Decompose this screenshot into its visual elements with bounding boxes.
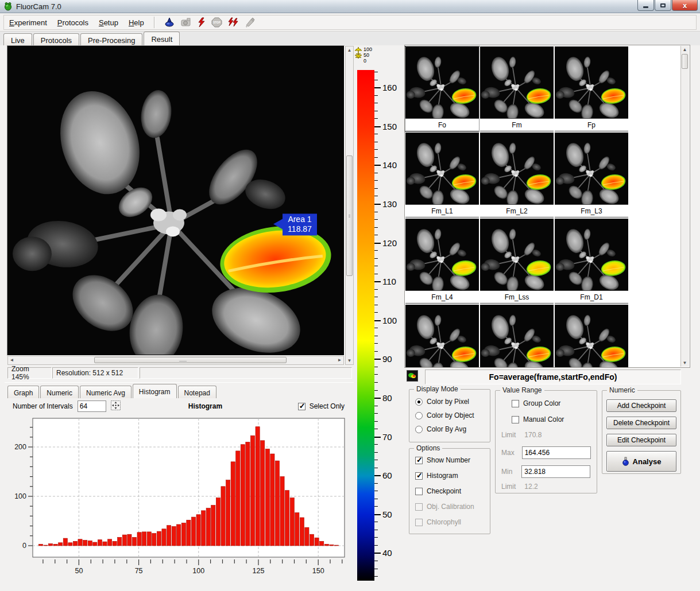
checkbox-icon[interactable] xyxy=(415,457,423,464)
min-input[interactable] xyxy=(521,465,590,478)
max-input[interactable] xyxy=(522,446,591,459)
formula-bar[interactable]: Fo=average(frame,startFo,endFo) xyxy=(425,370,681,384)
thumbnail-fo[interactable]: Fo xyxy=(405,46,479,131)
scroll-left-icon[interactable]: ◄ xyxy=(8,356,16,364)
formula-thumbnail-icon[interactable] xyxy=(407,370,418,382)
thumbnail-partial[interactable] xyxy=(480,305,554,367)
main-tab-bar: LiveProtocolsPre-ProcesingResult xyxy=(3,32,697,45)
status-resolution: Resolution: 512 x 512 xyxy=(52,367,138,379)
histogram-bar xyxy=(305,527,309,546)
colorbar-minor-tick xyxy=(374,351,378,352)
checkbox-checkpoint[interactable]: Checkpoint xyxy=(415,487,461,495)
scroll-down-icon[interactable]: ▼ xyxy=(346,357,353,364)
radio-icon[interactable] xyxy=(415,412,423,419)
thumbnail-fm-l4[interactable]: Fm_L4 xyxy=(405,219,479,304)
scroll-down-icon[interactable]: ▼ xyxy=(681,359,689,367)
checkbox-icon xyxy=(415,503,423,511)
histogram-bar xyxy=(53,544,57,546)
select-only-option[interactable]: Select Only xyxy=(298,402,345,410)
scroll-right-icon[interactable]: ► xyxy=(336,356,343,364)
delete-checkpoint-button[interactable]: Delete Checkpoint xyxy=(606,417,676,429)
radio-color-by-avg[interactable]: Color By Avg xyxy=(415,425,466,433)
radio-color-by-object[interactable]: Color by Object xyxy=(415,411,474,419)
close-button[interactable]: x xyxy=(672,0,698,11)
checkbox-icon[interactable] xyxy=(415,472,423,480)
colorbar-minor-tick xyxy=(374,491,378,491)
image-horizontal-scrollbar[interactable]: ◄ ► xyxy=(7,356,344,365)
histogram-bar xyxy=(108,539,112,546)
thumbnail-fm-l2[interactable]: Fm_L2 xyxy=(480,133,554,217)
radio-icon[interactable] xyxy=(415,426,423,433)
checkbox-icon[interactable] xyxy=(512,400,519,407)
colorbar-tick xyxy=(374,126,381,127)
checkbox-icon[interactable] xyxy=(415,488,423,495)
tab-histogram[interactable]: Histogram xyxy=(133,384,177,398)
minimize-button[interactable] xyxy=(637,0,654,11)
colorbar-tick-label: 150 xyxy=(382,122,397,131)
lightning-icon[interactable] xyxy=(197,17,206,28)
main-fluorescence-image[interactable]: Area 1 118.87 xyxy=(7,45,345,356)
checkbox-show-number[interactable]: Show Number xyxy=(415,456,470,464)
menu-setup[interactable]: Setup xyxy=(94,16,123,29)
tab-notepad[interactable]: Notepad xyxy=(178,386,216,398)
scroll-up-icon[interactable]: ▲ xyxy=(346,46,353,54)
colorbar-tick xyxy=(374,87,381,88)
plant-image xyxy=(555,305,628,367)
menu-help[interactable]: Help xyxy=(123,16,149,29)
thumbnail-fm-lss[interactable]: Fm_Lss xyxy=(480,219,554,304)
image-vertical-scrollbar[interactable]: ▲ ▼ xyxy=(345,46,354,365)
add-checkpoint-button[interactable]: Add Checkpoint xyxy=(606,399,676,412)
histogram-bar xyxy=(280,477,284,546)
colorbar-minor-tick xyxy=(374,382,378,383)
tab-numeric-avg[interactable]: Numeric Avg xyxy=(80,386,132,398)
scroll-up-icon[interactable]: ▲ xyxy=(681,46,689,53)
thumbnail-fm-l1[interactable]: Fm_L1 xyxy=(405,133,479,217)
thumbnail-fm-l3[interactable]: Fm_L3 xyxy=(555,133,628,217)
tab-result[interactable]: Result xyxy=(144,32,180,45)
value-range-title: Value Range xyxy=(500,386,544,394)
spray-disabled-icon[interactable] xyxy=(244,17,255,28)
radio-icon[interactable] xyxy=(415,398,423,406)
thumbnail-fm-d1[interactable]: Fm_D1 xyxy=(555,219,628,304)
histogram-bar xyxy=(196,515,200,546)
thumbnail-fm[interactable]: Fm xyxy=(480,46,554,131)
tab-pre-procesing[interactable]: Pre-Procesing xyxy=(80,33,142,45)
radio-color-by-pixel[interactable]: Color by Pixel xyxy=(415,398,469,406)
analysis-panel: GraphNumericNumeric AvgHistogramNotepad … xyxy=(5,382,354,589)
menu-protocols[interactable]: Protocols xyxy=(52,16,94,29)
titlebar[interactable]: FluorCam 7.0 x xyxy=(0,0,700,13)
double-lightning-icon[interactable] xyxy=(227,17,239,28)
tab-numeric[interactable]: Numeric xyxy=(40,386,79,398)
checkbox-manual-color[interactable]: Manual Color xyxy=(512,415,564,423)
thumbnail-partial[interactable] xyxy=(555,305,628,367)
thumbnail-scrollbar[interactable]: ▲ ▼ xyxy=(680,46,689,367)
colorbar-minor-tick xyxy=(374,219,378,220)
colorbar-minor-tick xyxy=(374,111,378,111)
colorbar-minor-tick xyxy=(374,413,378,414)
maximize-icon xyxy=(660,3,666,7)
blue-hat-icon[interactable] xyxy=(164,17,175,28)
tab-live[interactable]: Live xyxy=(3,33,32,45)
histogram-bar xyxy=(310,534,314,546)
checkbox-group-color[interactable]: Group Color xyxy=(512,399,560,407)
thumbnail-fp[interactable]: Fp xyxy=(555,46,628,131)
histogram-bar xyxy=(59,543,63,546)
camera-disabled-icon[interactable] xyxy=(180,17,192,28)
edit-checkpoint-button[interactable]: Edit Checkpoint xyxy=(606,434,676,446)
menu-experiment[interactable]: Experiment xyxy=(4,16,52,29)
thumbnail-partial[interactable] xyxy=(405,305,479,367)
intervals-input[interactable] xyxy=(78,401,106,412)
checkbox-icon[interactable] xyxy=(512,416,519,423)
scale-calibration-icon[interactable]: 100 50 0 xyxy=(354,46,377,67)
analyse-button[interactable]: Analyse xyxy=(606,451,676,472)
stop-sign-icon[interactable]: STOP xyxy=(211,17,222,28)
tab-graph[interactable]: Graph xyxy=(7,386,39,398)
tab-protocols[interactable]: Protocols xyxy=(33,33,79,45)
colorbar-minor-tick xyxy=(374,444,378,445)
move-icon[interactable] xyxy=(111,401,121,412)
colorbar-minor-tick xyxy=(374,289,378,290)
maximize-button[interactable] xyxy=(655,0,671,11)
checkbox-histogram[interactable]: Histogram xyxy=(415,472,458,480)
select-only-checkbox[interactable] xyxy=(298,403,305,410)
histogram-bar xyxy=(63,538,67,546)
